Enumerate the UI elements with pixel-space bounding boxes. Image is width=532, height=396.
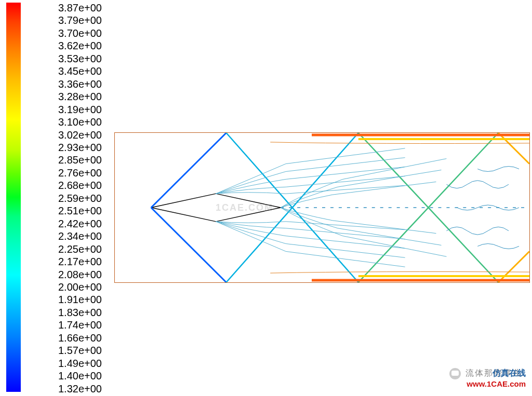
legend-color-bar bbox=[6, 3, 21, 392]
legend-value: 3.53e+00 bbox=[58, 53, 102, 66]
legend-value: 2.42e+00 bbox=[58, 219, 102, 231]
legend-value: 3.36e+00 bbox=[58, 79, 102, 91]
legend-value: 3.70e+00 bbox=[58, 28, 102, 40]
legend-value: 2.93e+00 bbox=[58, 142, 102, 155]
contour-svg bbox=[115, 133, 529, 282]
legend-value-list: 3.87e+00 3.79e+00 3.70e+00 3.62e+00 3.53… bbox=[58, 3, 102, 396]
diamond-airfoil bbox=[151, 194, 281, 222]
legend-value: 2.08e+00 bbox=[58, 269, 102, 282]
legend-value: 1.83e+00 bbox=[58, 307, 102, 320]
legend-value: 3.28e+00 bbox=[58, 91, 102, 104]
legend-value: 3.87e+00 bbox=[58, 3, 102, 15]
bow-shock-upper bbox=[151, 133, 227, 208]
bow-shock-lower bbox=[151, 208, 227, 282]
watermark-url: www.1CAE.com bbox=[449, 379, 526, 388]
legend-value: 2.59e+00 bbox=[58, 193, 102, 206]
expansion-fan-upper bbox=[216, 148, 447, 208]
corner-watermark: 流体那些事儿 仿真在线 www.1CAE.com bbox=[449, 368, 526, 388]
legend-value: 1.57e+00 bbox=[58, 345, 102, 358]
legend-value: 3.79e+00 bbox=[58, 15, 102, 28]
legend-value: 2.85e+00 bbox=[58, 155, 102, 167]
legend-value: 1.74e+00 bbox=[58, 320, 102, 332]
shock-warm-upper bbox=[498, 133, 529, 164]
outer-contour-upper bbox=[270, 142, 529, 144]
legend-value: 2.51e+00 bbox=[58, 206, 102, 218]
contour-plot bbox=[114, 132, 530, 283]
legend-value: 1.40e+00 bbox=[58, 371, 102, 383]
legend-value: 2.34e+00 bbox=[58, 231, 102, 243]
legend-value: 1.49e+00 bbox=[58, 358, 102, 371]
legend-value: 2.76e+00 bbox=[58, 168, 102, 180]
legend-value: 3.19e+00 bbox=[58, 104, 102, 117]
legend-value: 2.68e+00 bbox=[58, 180, 102, 193]
legend-value: 2.00e+00 bbox=[58, 282, 102, 294]
legend-value: 1.66e+00 bbox=[58, 333, 102, 345]
chat-icon bbox=[449, 368, 461, 379]
legend-value: 3.02e+00 bbox=[58, 130, 102, 142]
legend-value: 2.17e+00 bbox=[58, 256, 102, 269]
watermark-overlay: 仿真在线 bbox=[493, 368, 526, 377]
legend-value: 2.25e+00 bbox=[58, 244, 102, 256]
outer-contour-lower bbox=[270, 271, 529, 273]
legend-value: 1.32e+00 bbox=[58, 384, 102, 396]
legend-value: 3.45e+00 bbox=[58, 66, 102, 78]
legend-value: 3.10e+00 bbox=[58, 117, 102, 129]
legend-value: 3.62e+00 bbox=[58, 40, 102, 53]
shock-warm-lower bbox=[498, 251, 529, 282]
legend-value: 1.91e+00 bbox=[58, 294, 102, 307]
expansion-fan-lower bbox=[216, 208, 447, 267]
